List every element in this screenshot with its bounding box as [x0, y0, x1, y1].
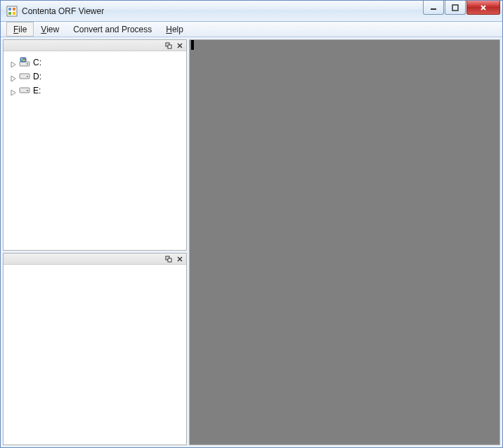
menu-convert-process[interactable]: Convert and Process	[66, 22, 159, 37]
app-window: Contenta ORF Viewer File View Convert an…	[0, 0, 503, 448]
svg-rect-19	[27, 90, 28, 91]
drive-item-e[interactable]: E:	[6, 84, 183, 98]
menubar: File View Convert and Process Help	[1, 22, 502, 37]
drive-label: D:	[33, 72, 41, 81]
svg-rect-6	[452, 5, 458, 11]
expand-icon[interactable]	[11, 88, 16, 93]
svg-rect-8	[168, 45, 171, 48]
image-view-area[interactable]	[189, 39, 500, 445]
client-area: C: D: E:	[1, 37, 502, 447]
expand-icon[interactable]	[11, 60, 16, 65]
folder-tree-panel: C: D: E:	[3, 39, 187, 251]
window-controls	[423, 1, 502, 21]
drive-label: E:	[33, 86, 41, 95]
dock-float-icon[interactable]	[164, 254, 174, 264]
minimize-button[interactable]	[423, 1, 444, 15]
caret-mark	[191, 40, 194, 50]
menu-help[interactable]: Help	[159, 22, 190, 37]
dock-close-icon[interactable]	[175, 254, 185, 264]
drive-label: C:	[33, 58, 41, 67]
local-drive-icon	[19, 70, 30, 84]
menu-file[interactable]: File	[6, 22, 34, 37]
dock-close-icon[interactable]	[175, 41, 185, 51]
maximize-button[interactable]	[445, 1, 466, 15]
panel-header	[4, 253, 186, 265]
system-drive-icon	[19, 56, 30, 70]
svg-rect-4	[13, 12, 15, 15]
preview-body[interactable]	[4, 265, 186, 444]
svg-rect-3	[8, 12, 11, 15]
svg-rect-15	[23, 60, 25, 61]
local-drive-icon	[19, 84, 30, 98]
svg-rect-12	[21, 58, 22, 60]
close-button[interactable]	[466, 1, 500, 15]
svg-rect-13	[23, 58, 25, 60]
panel-header	[4, 40, 186, 51]
drive-item-c[interactable]: C:	[6, 55, 183, 70]
svg-rect-14	[21, 60, 22, 61]
folder-tree[interactable]: C: D: E:	[4, 51, 186, 250]
titlebar[interactable]: Contenta ORF Viewer	[1, 1, 502, 22]
svg-rect-5	[431, 8, 436, 10]
svg-rect-17	[27, 76, 28, 77]
svg-rect-10	[27, 63, 28, 65]
menu-view[interactable]: View	[34, 22, 66, 37]
svg-rect-21	[168, 258, 171, 262]
svg-rect-1	[8, 8, 11, 11]
preview-panel	[3, 253, 187, 445]
window-title: Contenta ORF Viewer	[22, 6, 423, 16]
svg-rect-2	[13, 8, 15, 11]
left-column: C: D: E:	[3, 39, 187, 445]
app-icon	[6, 6, 18, 17]
dock-float-icon[interactable]	[164, 41, 174, 51]
drive-item-d[interactable]: D:	[6, 70, 183, 84]
expand-icon[interactable]	[11, 74, 16, 79]
